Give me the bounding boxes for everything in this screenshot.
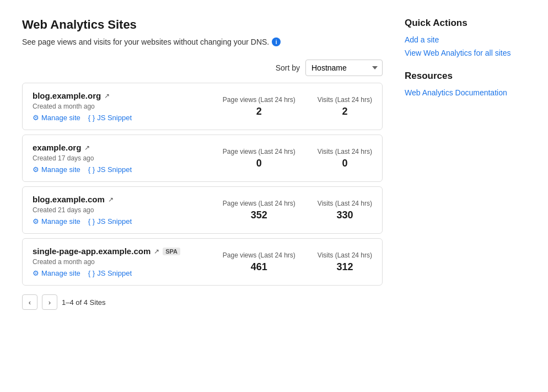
gear-icon: ⚙ xyxy=(33,269,39,277)
site-name: single-page-app.example.com xyxy=(33,246,151,256)
site-name: blog.example.org xyxy=(33,91,101,100)
documentation-link[interactable]: Web Analytics Documentation xyxy=(405,88,526,97)
page-views-stat: Page views (Last 24 hrs) 0 xyxy=(223,148,296,169)
stats-area: Page views (Last 24 hrs) 2 Visits (Last … xyxy=(223,96,372,117)
site-name: blog.example.com xyxy=(33,195,105,204)
site-info: blog.example.org ↗ Created a month ago ⚙… xyxy=(33,91,223,122)
site-created: Created a month ago xyxy=(33,103,223,110)
manage-site-link[interactable]: ⚙ Manage site xyxy=(33,217,80,225)
page-title: Web Analytics Sites xyxy=(22,18,383,32)
js-snippet-label: JS Snippet xyxy=(97,217,132,225)
site-card: example.org ↗ Created 17 days ago ⚙ Mana… xyxy=(22,135,383,182)
prev-page-button[interactable]: ‹ xyxy=(22,294,37,310)
page-subtitle: See page views and visits for your websi… xyxy=(22,37,383,46)
manage-site-label: Manage site xyxy=(41,269,80,277)
visits-label: Visits (Last 24 hrs) xyxy=(318,148,372,155)
visits-value: 312 xyxy=(318,261,372,273)
page-views-value: 461 xyxy=(223,261,296,273)
site-name: example.org xyxy=(33,143,81,152)
site-actions: ⚙ Manage site { } JS Snippet xyxy=(33,217,223,225)
visits-label: Visits (Last 24 hrs) xyxy=(318,200,372,207)
visits-stat: Visits (Last 24 hrs) 330 xyxy=(318,200,372,221)
site-card: single-page-app.example.com ↗ SPA Create… xyxy=(22,238,383,286)
page-views-value: 352 xyxy=(223,210,296,221)
stats-area: Page views (Last 24 hrs) 352 Visits (Las… xyxy=(223,200,372,221)
js-snippet-label: JS Snippet xyxy=(97,114,132,122)
spa-badge: SPA xyxy=(163,248,180,255)
sort-bar: Sort by Hostname Page views Visits Creat… xyxy=(22,60,383,76)
visits-value: 0 xyxy=(318,158,372,169)
page-views-label: Page views (Last 24 hrs) xyxy=(223,200,296,207)
page-views-label: Page views (Last 24 hrs) xyxy=(223,148,296,155)
add-site-link[interactable]: Add a site xyxy=(405,35,526,44)
site-name-row: blog.example.org ↗ xyxy=(33,91,223,100)
gear-icon: ⚙ xyxy=(33,114,39,122)
resources-section: Resources Web Analytics Documentation xyxy=(405,71,526,97)
page-views-value: 2 xyxy=(223,106,296,117)
quick-actions-title: Quick Actions xyxy=(405,18,526,29)
site-info: single-page-app.example.com ↗ SPA Create… xyxy=(33,246,223,277)
page-views-label: Page views (Last 24 hrs) xyxy=(223,251,296,259)
site-info: blog.example.com ↗ Created 21 days ago ⚙… xyxy=(33,195,223,225)
js-snippet-link[interactable]: { } JS Snippet xyxy=(88,269,132,277)
info-icon[interactable]: i xyxy=(272,37,281,46)
visits-stat: Visits (Last 24 hrs) 312 xyxy=(318,251,372,273)
page-views-value: 0 xyxy=(223,158,296,169)
page-views-stat: Page views (Last 24 hrs) 461 xyxy=(223,251,296,273)
js-snippet-link[interactable]: { } JS Snippet xyxy=(88,165,132,174)
site-name-row: blog.example.com ↗ xyxy=(33,195,223,204)
view-all-sites-link[interactable]: View Web Analytics for all sites xyxy=(405,49,526,57)
js-snippet-label: JS Snippet xyxy=(97,269,132,277)
gear-icon: ⚙ xyxy=(33,165,39,174)
visits-label: Visits (Last 24 hrs) xyxy=(318,251,372,259)
visits-label: Visits (Last 24 hrs) xyxy=(318,96,372,104)
gear-icon: ⚙ xyxy=(33,217,39,225)
manage-site-link[interactable]: ⚙ Manage site xyxy=(33,269,80,277)
js-snippet-braces: { } xyxy=(88,269,95,277)
pagination: ‹ › 1–4 of 4 Sites xyxy=(22,294,383,310)
site-card: blog.example.com ↗ Created 21 days ago ⚙… xyxy=(22,186,383,234)
manage-site-link[interactable]: ⚙ Manage site xyxy=(33,114,80,122)
manage-site-label: Manage site xyxy=(41,114,80,122)
manage-site-label: Manage site xyxy=(41,165,80,174)
page-views-stat: Page views (Last 24 hrs) 2 xyxy=(223,96,296,117)
stats-area: Page views (Last 24 hrs) 461 Visits (Las… xyxy=(223,251,372,273)
js-snippet-braces: { } xyxy=(88,165,95,174)
site-created: Created a month ago xyxy=(33,258,223,266)
resources-title: Resources xyxy=(405,71,526,82)
external-link-icon[interactable]: ↗ xyxy=(154,248,159,255)
next-page-button[interactable]: › xyxy=(42,294,57,310)
site-actions: ⚙ Manage site { } JS Snippet xyxy=(33,269,223,277)
site-card: blog.example.org ↗ Created a month ago ⚙… xyxy=(22,83,383,130)
site-name-row: example.org ↗ xyxy=(33,143,223,152)
manage-site-link[interactable]: ⚙ Manage site xyxy=(33,165,80,174)
visits-value: 330 xyxy=(318,210,372,221)
js-snippet-braces: { } xyxy=(88,114,95,122)
site-actions: ⚙ Manage site { } JS Snippet xyxy=(33,165,223,174)
sidebar: Quick Actions Add a site View Web Analyt… xyxy=(405,18,526,374)
js-snippet-label: JS Snippet xyxy=(97,165,132,174)
sort-select[interactable]: Hostname Page views Visits Created xyxy=(305,60,383,76)
visits-stat: Visits (Last 24 hrs) 2 xyxy=(318,96,372,117)
site-info: example.org ↗ Created 17 days ago ⚙ Mana… xyxy=(33,143,223,174)
site-created: Created 17 days ago xyxy=(33,154,223,162)
external-link-icon[interactable]: ↗ xyxy=(104,92,110,100)
stats-area: Page views (Last 24 hrs) 0 Visits (Last … xyxy=(223,148,372,169)
visits-value: 2 xyxy=(318,106,372,117)
sort-label: Sort by xyxy=(276,63,300,72)
site-actions: ⚙ Manage site { } JS Snippet xyxy=(33,114,223,122)
manage-site-label: Manage site xyxy=(41,217,80,225)
js-snippet-link[interactable]: { } JS Snippet xyxy=(88,217,132,225)
page-views-stat: Page views (Last 24 hrs) 352 xyxy=(223,200,296,221)
site-name-row: single-page-app.example.com ↗ SPA xyxy=(33,246,223,256)
external-link-icon[interactable]: ↗ xyxy=(84,144,90,152)
page-info: 1–4 of 4 Sites xyxy=(62,298,106,307)
external-link-icon[interactable]: ↗ xyxy=(108,196,114,203)
js-snippet-link[interactable]: { } JS Snippet xyxy=(88,114,132,122)
main-content: Web Analytics Sites See page views and v… xyxy=(22,18,383,374)
page-views-label: Page views (Last 24 hrs) xyxy=(223,96,296,104)
visits-stat: Visits (Last 24 hrs) 0 xyxy=(318,148,372,169)
sites-list: blog.example.org ↗ Created a month ago ⚙… xyxy=(22,83,383,286)
site-created: Created 21 days ago xyxy=(33,206,223,214)
js-snippet-braces: { } xyxy=(88,217,95,225)
